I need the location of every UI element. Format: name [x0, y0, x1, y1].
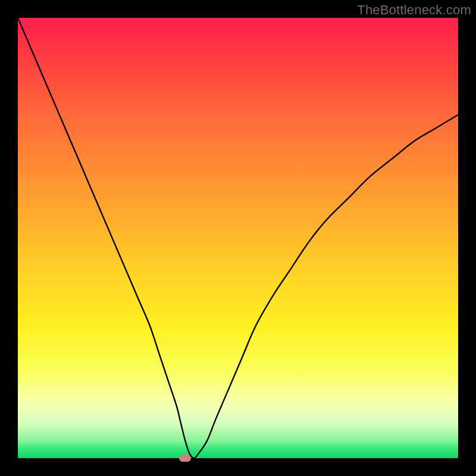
watermark-text: TheBottleneck.com [357, 2, 471, 18]
plot-area [18, 18, 458, 458]
optimal-point-marker [179, 455, 191, 462]
bottleneck-curve [18, 18, 458, 458]
chart-frame: TheBottleneck.com [0, 0, 476, 476]
